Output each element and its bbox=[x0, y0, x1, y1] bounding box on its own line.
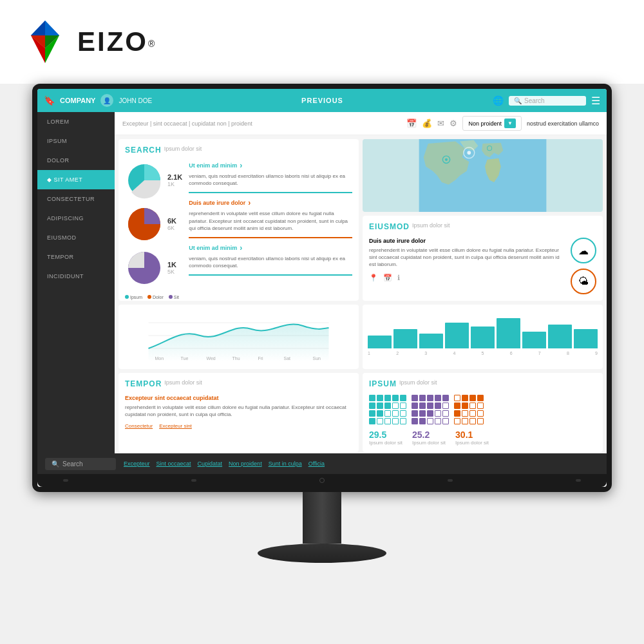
hamburger-icon[interactable]: ☰ bbox=[591, 95, 600, 107]
sq-p16 bbox=[412, 418, 418, 424]
ipsum-card-title: IPSUM bbox=[369, 379, 397, 390]
stat-1-number: 29.5 bbox=[369, 430, 402, 440]
pie-chart-1 bbox=[125, 161, 164, 200]
bar-2 bbox=[393, 329, 417, 348]
navbar-center-title: PREVIOUS bbox=[157, 97, 488, 104]
sq-p19 bbox=[435, 418, 441, 424]
monitor-power-btn[interactable] bbox=[319, 478, 325, 483]
eiusmod-card: EIUSMOD Ipsum dolor sit Duis aute irure … bbox=[363, 216, 603, 301]
monitor-screen: 🔖 COMPANY 👤 JOHN DOE PREVIOUS 🌐 🔍 Search… bbox=[37, 89, 607, 487]
sidebar-item-ipsum[interactable]: IPSUM bbox=[37, 131, 115, 151]
sq-t13 bbox=[384, 410, 391, 417]
map-svg bbox=[363, 139, 603, 212]
tempor-link-2[interactable]: Excepteur sint bbox=[159, 423, 192, 429]
eizo-brand-text: EIZO® bbox=[77, 26, 155, 57]
svg-text:Tue: Tue bbox=[181, 356, 189, 361]
sq-o14 bbox=[462, 418, 468, 424]
calendar-icon[interactable]: 📅 bbox=[406, 118, 417, 128]
bottom-link-0[interactable]: Excepteur bbox=[124, 460, 150, 467]
sq-p20 bbox=[442, 418, 449, 424]
pie-3-labels: 1K 5K bbox=[167, 261, 176, 275]
monitor-btn-right2 bbox=[448, 479, 453, 482]
monitor-btn-left2 bbox=[191, 479, 196, 482]
dashboard: SEARCH Ipsum dolor sit bbox=[115, 135, 607, 453]
tempor-card: TEMPOR Ipsum dolor sit Excepteur sint oc… bbox=[118, 373, 359, 452]
sq-t20 bbox=[400, 418, 406, 424]
bottom-link-2[interactable]: Cupidatat bbox=[198, 460, 223, 467]
monitor-outer: 🔖 COMPANY 👤 JOHN DOE PREVIOUS 🌐 🔍 Search… bbox=[32, 84, 612, 492]
sidebar-item-tempor[interactable]: TEMPOR bbox=[37, 247, 115, 267]
svg-text:Thu: Thu bbox=[232, 356, 240, 361]
sidebar-item-incididunt[interactable]: INCIDIDUNT bbox=[37, 267, 115, 286]
sq-o12 bbox=[477, 410, 484, 417]
sq-o11 bbox=[469, 410, 476, 417]
bottom-link-3[interactable]: Non proident bbox=[229, 460, 262, 467]
bottom-bar: 🔍 Search Excepteur Sint occaecat Cupidat… bbox=[37, 453, 607, 474]
email-icon[interactable]: ✉ bbox=[437, 118, 444, 128]
svg-marker-8 bbox=[31, 21, 45, 35]
bar-label-5: 5 bbox=[482, 351, 484, 355]
bottom-link-1[interactable]: Sint occaecat bbox=[156, 460, 191, 467]
pie-chart-2 bbox=[125, 205, 164, 243]
sq-t3 bbox=[384, 395, 391, 401]
pie-chart-2-row: 6K 6K bbox=[125, 205, 182, 243]
currency-icon[interactable]: 💰 bbox=[422, 118, 432, 128]
eiusmod-body-text: reprehenderit in voluptate velit esse ci… bbox=[369, 247, 565, 269]
legend-dot-dolor bbox=[147, 295, 151, 299]
sq-p1 bbox=[412, 395, 418, 401]
sq-o10 bbox=[462, 410, 468, 417]
ipsum-purple-grid bbox=[412, 395, 449, 424]
divider-1 bbox=[189, 192, 352, 193]
sidebar-item-consectetur[interactable]: CONSECTETUR bbox=[37, 189, 115, 209]
bar-label-2: 2 bbox=[396, 351, 399, 355]
sq-t7 bbox=[377, 402, 383, 409]
dropdown-button[interactable]: Non proident ▼ bbox=[462, 116, 521, 131]
navbar: 🔖 COMPANY 👤 JOHN DOE PREVIOUS 🌐 🔍 Search… bbox=[37, 89, 607, 112]
svg-text:Sun: Sun bbox=[313, 356, 321, 361]
tempor-link-1[interactable]: Consectetur bbox=[125, 423, 153, 429]
sq-t18 bbox=[384, 418, 391, 424]
bottom-search-box[interactable]: 🔍 Search bbox=[45, 458, 116, 470]
bottom-link-5[interactable]: Officia bbox=[308, 460, 325, 467]
sq-o16 bbox=[477, 418, 484, 424]
monitor-stand-base bbox=[258, 544, 386, 563]
sq-p10 bbox=[442, 402, 449, 409]
sidebar-item-lorem[interactable]: LOREM bbox=[37, 112, 115, 131]
sidebar-item-eiusmod[interactable]: EIUSMOD bbox=[37, 228, 115, 247]
svg-text:Sat: Sat bbox=[284, 356, 291, 361]
navbar-search-box[interactable]: 🔍 Search bbox=[509, 96, 586, 106]
eiusmod-card-subtitle: Ipsum dolor sit bbox=[412, 222, 450, 229]
bookmark-icon: 🔖 bbox=[44, 95, 55, 106]
sidebar-item-dolor[interactable]: DOLOR bbox=[37, 151, 115, 170]
monitor-container: 🔖 COMPANY 👤 JOHN DOE PREVIOUS 🌐 🔍 Search… bbox=[13, 84, 631, 563]
bar-4 bbox=[445, 323, 469, 348]
sidebar-item-adipiscing[interactable]: ADIPISCING bbox=[37, 209, 115, 228]
sq-p4 bbox=[435, 395, 441, 401]
pie-2-labels: 6K 6K bbox=[167, 217, 176, 231]
section2-title: Duis aute irure dolor bbox=[189, 198, 352, 207]
sq-p14 bbox=[435, 410, 441, 417]
eiusmod-card-inner: Duis aute irure dolor reprehenderit in v… bbox=[369, 238, 596, 294]
sq-o1 bbox=[454, 395, 460, 401]
sq-t1 bbox=[369, 395, 375, 401]
settings-icon[interactable]: ⚙ bbox=[450, 118, 457, 128]
sq-p5 bbox=[442, 395, 449, 401]
legend-sit: Sit bbox=[174, 295, 179, 299]
stat-2-label: Ipsum dolor sit bbox=[412, 440, 446, 446]
sq-t4 bbox=[392, 395, 399, 401]
sq-o8 bbox=[477, 402, 484, 409]
tempor-links: Consectetur Excepteur sint bbox=[125, 423, 352, 429]
sq-o15 bbox=[469, 418, 476, 424]
stat-2-number: 25.2 bbox=[412, 430, 446, 440]
pie-2-val2: 6K bbox=[167, 225, 176, 231]
sidebar-item-sit-amet[interactable]: ◆ SIT AMET bbox=[37, 170, 115, 189]
bar-label-3: 3 bbox=[424, 351, 427, 355]
ipsum-card-subtitle: Ipsum dolor sit bbox=[399, 379, 437, 386]
sq-p17 bbox=[419, 418, 426, 424]
bottom-link-4[interactable]: Sunt in culpa bbox=[269, 460, 302, 467]
sq-p13 bbox=[427, 410, 433, 417]
main-layout: LOREM IPSUM DOLOR ◆ SIT AMET CONSECTETUR… bbox=[37, 112, 607, 453]
sq-t11 bbox=[369, 410, 375, 417]
sq-p3 bbox=[427, 395, 433, 401]
bottom-links: Excepteur Sint occaecat Cupidatat Non pr… bbox=[124, 460, 325, 467]
